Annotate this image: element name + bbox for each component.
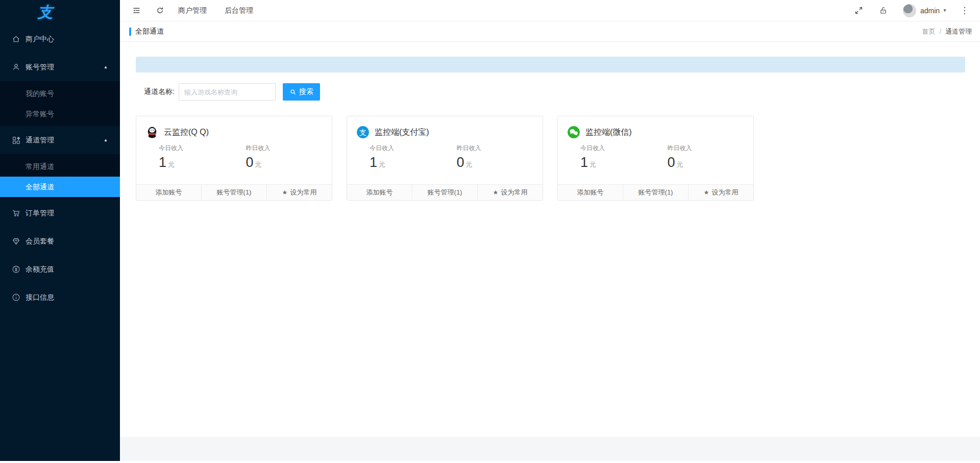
gem-icon (11, 237, 20, 246)
lock-icon[interactable] (878, 6, 889, 16)
content-panel: 通道名称: 搜索 云监控(Q Q) (120, 42, 980, 437)
sidebar-item-member-packages[interactable]: 会员套餐 (0, 227, 120, 255)
sidebar-item-common-channels[interactable]: 常用通道 (0, 156, 120, 177)
set-favorite-label: 设为常用 (712, 188, 738, 197)
sidebar-item-account-management[interactable]: 账号管理 ▲ (0, 53, 120, 81)
chevron-up-icon: ▲ (104, 65, 108, 69)
channel-title: 云监控(Q Q) (164, 127, 209, 138)
set-favorite-link[interactable]: ★ 设为常用 (477, 185, 543, 200)
app-window: 支 商户中心 账号管理 ▲ 我的账号 异常账号 通道管理 ▲ (0, 0, 980, 461)
tab-backend-management[interactable]: 后台管理 (225, 6, 253, 15)
sidebar: 支 商户中心 账号管理 ▲ 我的账号 异常账号 通道管理 ▲ (0, 0, 120, 461)
search-form: 通道名称: 搜索 (144, 83, 965, 101)
sidebar-item-abnormal-accounts[interactable]: 异常账号 (0, 104, 120, 124)
set-favorite-link[interactable]: ★ 设为常用 (688, 185, 753, 200)
caret-down-icon: ▼ (943, 8, 947, 13)
card-footer: 添加账号 账号管理(1) ★ 设为常用 (136, 184, 332, 200)
stat-yesterday: 昨日收入 0元 (657, 144, 745, 170)
stat-today: 今日收入 1元 (145, 144, 236, 170)
search-button-label: 搜索 (299, 87, 313, 96)
channel-card-alipay: 支 监控端(支付宝) 今日收入 1元 昨日收入 0元 (347, 116, 543, 201)
title-accent-bar (129, 28, 131, 36)
stat-today: 今日收入 1元 (356, 144, 447, 170)
alipay-icon: 支 (356, 126, 370, 139)
chevron-up-icon: ▲ (104, 138, 108, 142)
manage-accounts-link[interactable]: 账号管理(1) (412, 185, 477, 200)
sidebar-item-balance-recharge[interactable]: 余额充值 (0, 255, 120, 283)
yen-icon (11, 265, 20, 274)
logo-char: 支 (38, 2, 53, 23)
info-banner (136, 57, 965, 72)
search-icon (289, 88, 297, 95)
sidebar-item-order-management[interactable]: 订单管理 (0, 199, 120, 227)
stat-label: 昨日收入 (457, 144, 534, 153)
card-stats: 今日收入 1元 昨日收入 0元 (567, 144, 744, 170)
card-body: 支 监控端(支付宝) 今日收入 1元 昨日收入 0元 (347, 116, 543, 184)
sidebar-item-label: 余额充值 (26, 265, 54, 274)
navbar-right: admin ▼ ⋮ (840, 4, 969, 17)
stat-label: 今日收入 (159, 144, 236, 153)
stat-value: 1元 (580, 155, 657, 170)
channel-card-qq: 云监控(Q Q) 今日收入 1元 昨日收入 0元 (136, 116, 332, 201)
stat-value: 0元 (668, 155, 745, 170)
card-stats: 今日收入 1元 昨日收入 0元 (145, 144, 323, 170)
add-account-link[interactable]: 添加账号 (136, 185, 201, 200)
wechat-icon (567, 126, 580, 139)
card-body: 云监控(Q Q) 今日收入 1元 昨日收入 0元 (136, 116, 332, 184)
card-head: 监控端(微信) (567, 126, 744, 139)
card-head: 云监控(Q Q) (145, 126, 323, 139)
channel-card-wechat: 监控端(微信) 今日收入 1元 昨日收入 0元 (557, 116, 754, 201)
sidebar-item-merchant-center[interactable]: 商户中心 (0, 25, 120, 53)
sidebar-item-label: 账号管理 (26, 63, 54, 72)
stat-value: 1元 (370, 155, 447, 170)
manage-accounts-link[interactable]: 账号管理(1) (201, 185, 266, 200)
card-head: 支 监控端(支付宝) (356, 126, 533, 139)
sidebar-item-label: 订单管理 (26, 209, 54, 218)
sidebar-item-label: 通道管理 (26, 136, 54, 145)
add-account-link[interactable]: 添加账号 (558, 185, 623, 200)
fullscreen-icon[interactable] (854, 6, 864, 16)
stat-label: 昨日收入 (668, 144, 745, 153)
sidebar-item-api-info[interactable]: 接口信息 (0, 283, 120, 311)
channel-title: 监控端(支付宝) (375, 127, 429, 138)
cart-icon (11, 209, 20, 218)
page-header: 全部通道 首页 / 通道管理 (120, 21, 980, 42)
card-footer: 添加账号 账号管理(1) ★ 设为常用 (558, 184, 753, 200)
stat-value: 0元 (457, 155, 534, 170)
channel-title: 监控端(微信) (585, 127, 632, 138)
refresh-icon[interactable] (155, 6, 165, 16)
sidebar-item-label: 会员套餐 (26, 237, 54, 246)
stat-value: 1元 (159, 155, 236, 170)
set-favorite-link[interactable]: ★ 设为常用 (266, 185, 332, 200)
card-body: 监控端(微信) 今日收入 1元 昨日收入 0元 (558, 116, 753, 184)
avatar[interactable] (903, 4, 916, 17)
card-stats: 今日收入 1元 昨日收入 0元 (356, 144, 533, 170)
svg-text:支: 支 (359, 128, 366, 136)
submenu-channel: 常用通道 全部通道 (0, 154, 120, 199)
stat-yesterday: 昨日收入 0元 (447, 144, 534, 170)
sidebar-item-channel-management[interactable]: 通道管理 ▲ (0, 126, 120, 154)
stat-value: 0元 (246, 155, 323, 170)
sidebar-item-my-accounts[interactable]: 我的账号 (0, 83, 120, 104)
search-label: 通道名称: (144, 87, 175, 96)
add-account-link[interactable]: 添加账号 (347, 185, 412, 200)
info-icon (11, 293, 20, 302)
star-icon: ★ (282, 189, 288, 196)
tab-merchant-management[interactable]: 商户管理 (178, 6, 207, 15)
card-footer: 添加账号 账号管理(1) ★ 设为常用 (347, 184, 543, 200)
user-menu[interactable]: admin ▼ (920, 7, 947, 15)
sidebar-item-label: 商户中心 (26, 35, 54, 44)
stat-today: 今日收入 1元 (567, 144, 657, 170)
breadcrumb-current: 通道管理 (945, 27, 972, 36)
breadcrumb-home[interactable]: 首页 (922, 27, 935, 36)
search-button[interactable]: 搜索 (283, 83, 320, 101)
sidebar-toggle-icon[interactable] (131, 6, 141, 16)
search-input[interactable] (179, 83, 276, 101)
star-icon: ★ (704, 189, 709, 196)
user-icon (11, 63, 20, 72)
stat-yesterday: 昨日收入 0元 (236, 144, 323, 170)
sidebar-item-all-channels[interactable]: 全部通道 (0, 177, 120, 197)
more-menu-icon[interactable]: ⋮ (960, 5, 969, 16)
logo: 支 (0, 0, 120, 25)
manage-accounts-link[interactable]: 账号管理(1) (623, 185, 688, 200)
